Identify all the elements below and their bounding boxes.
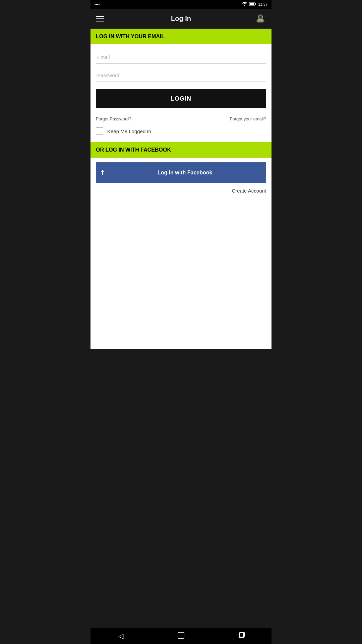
support-button[interactable] [253, 13, 266, 24]
header: Log In [90, 9, 272, 29]
login-button[interactable]: LOGIN [96, 89, 266, 108]
facebook-button-text: Log in with Facebook [109, 170, 261, 176]
page-wrapper: ▪▪▪▪ 11:37 [90, 0, 272, 349]
keep-logged-in-checkbox[interactable] [96, 127, 103, 135]
bottom-area [90, 199, 272, 333]
email-section-banner: LOG IN WITH YOUR EMAIL [90, 29, 272, 44]
svg-point-6 [259, 15, 262, 18]
status-bar-right: 11:37 [242, 2, 267, 7]
facebook-banner-text: OR LOG IN WITH FACEBOOK [96, 147, 171, 153]
email-input[interactable] [96, 51, 266, 64]
svg-rect-2 [255, 3, 256, 5]
time-display: 11:37 [258, 2, 267, 6]
forgot-email-link[interactable]: Forgot your email? [230, 116, 266, 121]
status-bar-left: ▪▪▪▪ [95, 2, 101, 6]
svg-rect-7 [258, 19, 259, 21]
password-input[interactable] [96, 69, 266, 82]
create-account-row: Create Account [90, 183, 272, 199]
create-account-link[interactable]: Create Account [232, 188, 266, 194]
signal-icon: ▪▪▪▪ [95, 2, 100, 6]
svg-rect-8 [261, 19, 262, 21]
forgot-password-link[interactable]: Forgot Password? [96, 116, 131, 121]
status-bar: ▪▪▪▪ 11:37 [90, 0, 272, 9]
wifi-icon [242, 2, 247, 7]
keep-logged-in-label: Keep Me Logged In [107, 128, 151, 134]
email-banner-text: LOG IN WITH YOUR EMAIL [96, 34, 165, 39]
facebook-icon: f [101, 168, 104, 177]
links-row: Forgot Password? Forgot your email? [90, 112, 272, 125]
form-area: LOGIN [90, 44, 272, 112]
keep-logged-in-row: Keep Me Logged In [90, 125, 272, 142]
battery-icon [249, 2, 256, 7]
facebook-login-button[interactable]: f Log in with Facebook [96, 162, 266, 183]
facebook-section-banner: OR LOG IN WITH FACEBOOK [90, 142, 272, 158]
svg-rect-1 [250, 3, 254, 5]
menu-button[interactable] [96, 16, 109, 21]
page-title: Log In [109, 15, 253, 22]
